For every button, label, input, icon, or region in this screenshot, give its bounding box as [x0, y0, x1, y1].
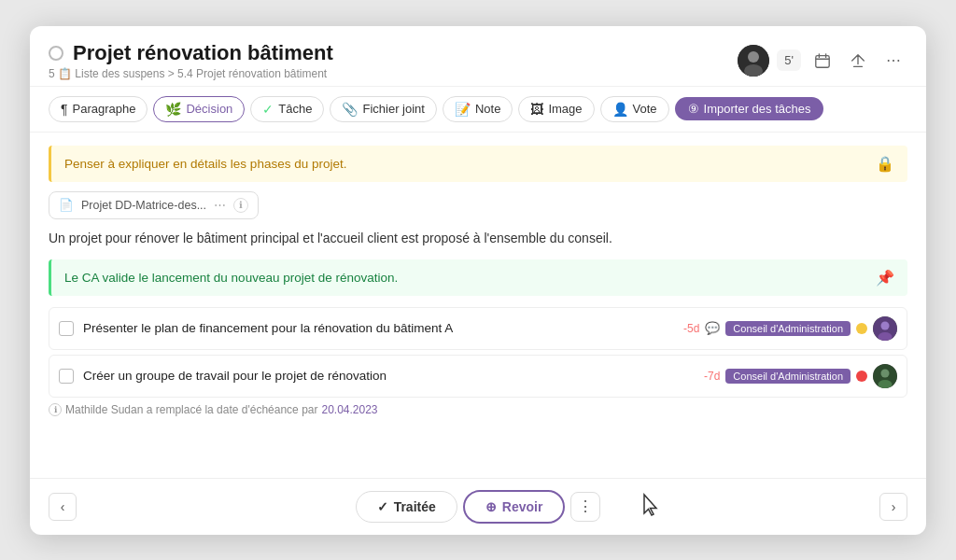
title-row: Projet rénovation bâtiment — [49, 41, 728, 65]
task-1-tag[interactable]: Conseil d'Administration — [725, 321, 851, 336]
task-2-avatar — [873, 364, 897, 388]
task-2-color-dot — [856, 371, 867, 382]
fichier-icon: 📎 — [342, 102, 358, 117]
file-icon: 📄 — [59, 198, 74, 212]
table-row: Présenter le plan de financement pour la… — [49, 307, 907, 350]
status-dot — [49, 46, 63, 61]
vote-icon: 👤 — [612, 102, 628, 117]
breadcrumb: 5 📋 Liste des suspens > 5.4 Projet rénov… — [49, 67, 728, 80]
toolbar: ¶ Paragraphe 🌿 Décision ✓ Tâche 📎 Fichie… — [30, 87, 926, 133]
page-title: Projet rénovation bâtiment — [73, 41, 333, 65]
paragraphe-icon: ¶ — [61, 102, 68, 117]
share-icon[interactable] — [844, 47, 872, 75]
svg-point-1 — [748, 51, 759, 63]
task-1-checkbox[interactable] — [59, 321, 74, 336]
revoir-button[interactable]: ⊕ Revoir — [463, 490, 566, 524]
avatar[interactable] — [738, 45, 769, 77]
header-left: Projet rénovation bâtiment 5 📋 Liste des… — [49, 41, 728, 80]
image-icon: 🖼 — [530, 102, 543, 117]
task-1-label: Présenter le plan de financement pour la… — [83, 321, 674, 335]
traitee-button[interactable]: ✓ Traitée — [356, 491, 457, 523]
task-1-meta: -5d 💬 Conseil d'Administration — [683, 316, 897, 341]
task-1-color-dot — [856, 323, 867, 334]
bottom-bar: ‹ ✓ Traitée ⊕ Revoir ⋮ › — [30, 478, 926, 535]
main-window: Projet rénovation bâtiment 5 📋 Liste des… — [30, 26, 926, 535]
tasks-list: Présenter le plan de financement pour la… — [49, 307, 907, 398]
timer-badge[interactable]: 5' — [777, 49, 801, 71]
task-2-meta: -7d Conseil d'Administration — [704, 364, 897, 388]
file-menu-icon[interactable]: ⋯ — [214, 198, 226, 212]
revoir-plus-icon: ⊕ — [485, 499, 497, 514]
log-info-icon: ℹ — [49, 403, 62, 416]
toolbar-btn-note[interactable]: 📝 Note — [443, 96, 513, 122]
toolbar-btn-decision[interactable]: 🌿 Décision — [153, 96, 245, 122]
file-info-icon[interactable]: ℹ — [233, 198, 248, 213]
task-2-tag[interactable]: Conseil d'Administration — [725, 369, 851, 384]
task-1-avatar — [873, 316, 897, 341]
body-text: Un projet pour rénover le bâtiment princ… — [49, 229, 907, 248]
file-attachment[interactable]: 📄 Projet DD-Matrice-des... ⋯ ℹ — [49, 191, 259, 219]
toolbar-btn-vote[interactable]: 👤 Vote — [600, 96, 669, 122]
note-icon: 📝 — [455, 102, 471, 117]
header-actions: 5' ⋯ — [738, 45, 907, 77]
toolbar-btn-image[interactable]: 🖼 Image — [518, 96, 594, 122]
toolbar-btn-importer[interactable]: ⑨ Importer des tâches — [675, 97, 824, 120]
toolbar-btn-paragraphe[interactable]: ¶ Paragraphe — [49, 96, 148, 122]
bottom-more-button[interactable]: ⋮ — [570, 492, 600, 522]
prev-button[interactable]: ‹ — [49, 493, 77, 521]
importer-icon: ⑨ — [688, 102, 699, 116]
task-2-label: Créer un groupe de travail pour le proje… — [83, 369, 695, 383]
calendar-icon[interactable] — [808, 47, 836, 75]
table-row: Créer un groupe de travail pour le proje… — [49, 355, 907, 398]
decision-banner: Le CA valide le lancement du nouveau pro… — [49, 259, 907, 296]
traitee-check-icon: ✓ — [377, 499, 388, 514]
next-button[interactable]: › — [879, 493, 907, 521]
toolbar-btn-fichier-joint[interactable]: 📎 Fichier joint — [330, 96, 436, 122]
decision-icon: 🌿 — [165, 102, 181, 117]
svg-rect-3 — [816, 55, 829, 67]
task-1-comment-icon[interactable]: 💬 — [705, 321, 720, 335]
more-options-icon[interactable]: ⋯ — [879, 47, 907, 75]
task-1-days: -5d — [683, 322, 699, 335]
task-2-checkbox[interactable] — [59, 369, 74, 384]
lock-icon: 🔒 — [876, 155, 894, 173]
footer-log: ℹ Mathilde Sudan a remplacé la date d'éc… — [49, 403, 907, 416]
pin-icon: 📌 — [876, 269, 894, 287]
toolbar-btn-tache[interactable]: ✓ Tâche — [250, 96, 324, 122]
task-2-days: -7d — [704, 370, 720, 383]
tache-icon: ✓ — [262, 102, 274, 117]
svg-point-11 — [881, 369, 890, 377]
bottom-actions: ✓ Traitée ⊕ Revoir ⋮ — [356, 490, 601, 524]
content-area: Penser à expliquer en détails les phases… — [30, 133, 926, 478]
note-banner: Penser à expliquer en détails les phases… — [49, 146, 907, 182]
header: Projet rénovation bâtiment 5 📋 Liste des… — [30, 26, 926, 87]
svg-point-8 — [881, 321, 890, 329]
